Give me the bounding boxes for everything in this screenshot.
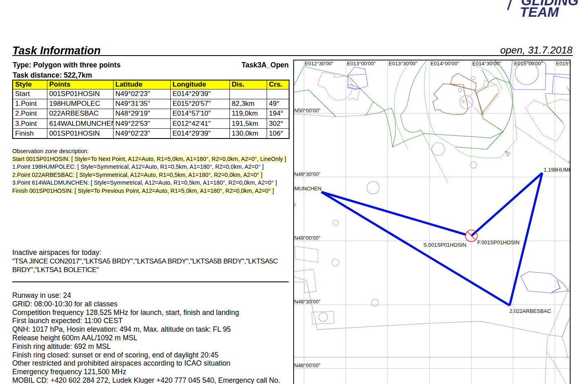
svg-text:S.001SP01HOSIN: S.001SP01HOSIN	[423, 242, 466, 248]
svg-text:E013°00'00": E013°00'00"	[347, 60, 375, 67]
svg-text:E012°30'00": E012°30'00"	[305, 60, 333, 67]
svg-text:N49°00'00": N49°00'00"	[294, 235, 321, 241]
svg-text:F.001SP01HOSIN: F.001SP01HOSIN	[477, 239, 519, 246]
svg-text:3.614WALDMUNCHEN: 3.614WALDMUNCHEN	[293, 185, 321, 192]
svg-text:N48°30'00": N48°30'00"	[294, 299, 321, 305]
svg-text:1.198HUMPOLEC: 1.198HUMPOLEC	[544, 167, 571, 173]
svg-text:N48°00'00": N48°00'00"	[294, 362, 321, 368]
svg-text:E013°30'00": E013°30'00"	[389, 60, 417, 67]
svg-text:E015°00'00": E015°00'00"	[514, 60, 543, 67]
svg-text:E014°00'00": E014°00'00"	[430, 60, 459, 67]
svg-text:N50°00'00": N50°00'00"	[294, 107, 321, 114]
svg-text:N49°30'00": N49°30'00"	[294, 171, 321, 177]
svg-text:E015°30'00": E015°30'00"	[556, 60, 571, 67]
svg-text:2.022ARBESBAC: 2.022ARBESBAC	[510, 308, 551, 314]
svg-text:E014°30'00": E014°30'00"	[472, 60, 501, 67]
